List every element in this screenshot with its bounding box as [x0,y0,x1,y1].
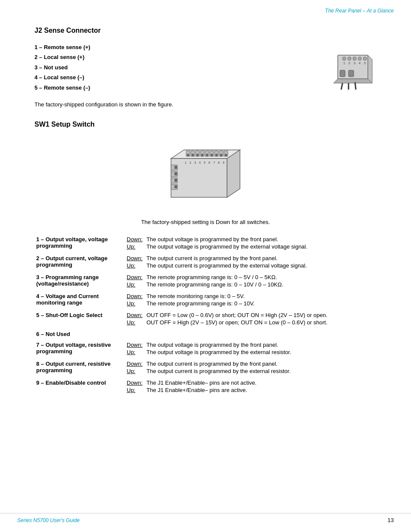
switch-1-label: 1 – Output voltage, voltage programming [34,234,125,253]
j2-item-3: 3 – Not used [34,62,312,72]
page-footer: Series N5700 User's Guide 13 [0,513,411,523]
switch-8-up-text: The output current is programmed by the … [146,368,291,374]
svg-rect-53 [174,172,177,175]
svg-text:7: 7 [213,161,215,164]
switch-1-down-label: Down: [127,236,144,243]
switch-9-down-label: Down: [127,380,144,386]
switch-4-up-label: Up: [127,300,144,307]
switch-9-up-text: The J1 Enable+/Enable– pins are active. [146,387,247,393]
switch-3-down-label: Down: [127,274,144,280]
switch-3-down-text: The remote programming range is: 0 – 5V … [146,274,277,280]
svg-text:3: 3 [354,62,355,65]
svg-text:4: 4 [359,62,361,65]
j2-section-title: J2 Sense Connector [34,27,377,34]
svg-point-3 [353,57,356,60]
svg-rect-31 [192,154,194,156]
switch-5-desc: Down: OUT OFF = Low (0 – 0.6V) or short;… [125,310,377,329]
sw1-section: SW1 Setup Switch [34,121,377,396]
svg-point-2 [348,57,351,60]
switch-7-desc: Down: The output voltage is programmed b… [125,339,377,358]
connector-illustration: 1 2 3 4 5 [325,47,377,91]
svg-rect-36 [215,154,218,156]
switch-2-desc: Down: The output current is programmed b… [125,253,377,272]
svg-rect-33 [201,154,203,156]
switch-5-down-text: OUT OFF = Low (0 – 0.6V) or short; OUT O… [146,312,327,318]
svg-point-5 [363,57,367,60]
svg-text:5: 5 [364,62,366,65]
switch-row-4: 4 – Voltage and Current monitoring range… [34,291,377,310]
switch-row-9: 9 – Enable/Disable control Down: The J1 … [34,377,377,396]
switch-2-down-label: Down: [127,255,144,261]
switch-3-desc: Down: The remote programming range is: 0… [125,272,377,291]
svg-point-1 [342,57,346,60]
svg-text:1: 1 [185,161,187,164]
switch-4-up-text: The remote programming range is: 0 – 10V… [146,300,255,307]
switch-2-up-label: Up: [127,262,144,269]
j2-list: 1 – Remote sense (+) 2 – Local sense (+)… [34,42,312,93]
svg-marker-13 [333,79,372,83]
svg-marker-14 [368,55,372,83]
switch-5-label: 5 – Shut-Off Logic Select [34,310,125,329]
switch-2-label: 2 – Output current, voltage programming [34,253,125,272]
header-title: The Rear Panel – At a Glance [325,8,394,14]
j2-section-body: 1 – Remote sense (+) 2 – Local sense (+)… [34,42,377,93]
svg-rect-38 [225,154,227,156]
switch-8-down-label: Down: [127,361,144,367]
switch-8-desc: Down: The output current is programmed b… [125,358,377,377]
switch-1-down-text: The output voltage is programmed by the … [146,236,278,243]
switch-row-1: 1 – Output voltage, voltage programming … [34,234,377,253]
svg-text:3: 3 [194,161,196,164]
switch-svg: 1 2 3 4 5 6 7 8 9 [158,137,253,210]
svg-text:2: 2 [349,62,350,65]
j2-item-2: 2 – Local sense (+) [34,52,312,62]
svg-rect-12 [349,70,354,77]
switch-row-2: 2 – Output current, voltage programming … [34,253,377,272]
svg-text:6: 6 [209,161,210,164]
switch-7-down-label: Down: [127,342,144,348]
switch-7-up-text: The output voltage is programmed by the … [146,349,291,355]
switch-8-label: 8 – Output current, resistive programmin… [34,358,125,377]
switch-row-3: 3 – Programming range (voltage/resistanc… [34,272,377,291]
svg-rect-19 [171,159,227,197]
switch-4-desc: Down: The remote monitoring range is: 0 … [125,291,377,310]
switch-3-label: 3 – Programming range (voltage/resistanc… [34,272,125,291]
svg-text:8: 8 [218,161,220,164]
switch-4-down-label: Down: [127,293,144,299]
switch-row-5: 5 – Shut-Off Logic Select Down: OUT OFF … [34,310,377,329]
svg-text:4: 4 [199,161,201,164]
switch-row-7: 7 – Output voltage, resistive programmin… [34,339,377,358]
page-header: The Rear Panel – At a Glance [0,0,411,14]
switch-1-up-label: Up: [127,243,144,250]
footer-series-label: Series N5700 User's Guide [17,517,80,523]
switch-5-up-text: OUT OFF = High (2V – 15V) or open; OUT O… [146,319,327,326]
svg-rect-37 [220,154,222,156]
svg-rect-54 [174,179,177,182]
switch-4-label: 4 – Voltage and Current monitoring range [34,291,125,310]
switch-8-down-text: The output current is programmed by the … [146,361,277,367]
svg-text:9: 9 [223,161,224,164]
sw1-section-title: SW1 Setup Switch [34,121,377,128]
switch-row-8: 8 – Output current, resistive programmin… [34,358,377,377]
switch-4-down-text: The remote monitoring range is: 0 – 5V. [146,293,245,299]
switch-7-up-label: Up: [127,349,144,355]
switch-6-label: 6 – Not Used [34,329,125,339]
svg-rect-35 [211,154,213,156]
svg-rect-52 [174,166,177,169]
switch-row-6: 6 – Not Used [34,329,377,339]
switch-6-desc [125,329,377,339]
switch-2-up-text: The output current is programmed by the … [146,262,307,269]
j2-factory-note: The factory-shipped configuration is sho… [34,101,377,108]
svg-point-4 [358,57,361,60]
svg-marker-20 [227,150,240,197]
svg-rect-32 [196,154,199,156]
svg-rect-34 [206,154,208,156]
switch-illustration-container: 1 2 3 4 5 6 7 8 9 [34,137,377,210]
switch-8-up-label: Up: [127,368,144,374]
switch-1-desc: Down: The output voltage is programmed b… [125,234,377,253]
footer-page-number: 13 [388,517,394,523]
switch-2-down-text: The output current is programmed by the … [146,255,277,261]
svg-text:1: 1 [343,62,345,65]
switch-9-label: 9 – Enable/Disable control [34,377,125,396]
connector-svg: 1 2 3 4 5 [325,47,377,90]
switch-7-down-text: The output voltage is programmed by the … [146,342,278,348]
